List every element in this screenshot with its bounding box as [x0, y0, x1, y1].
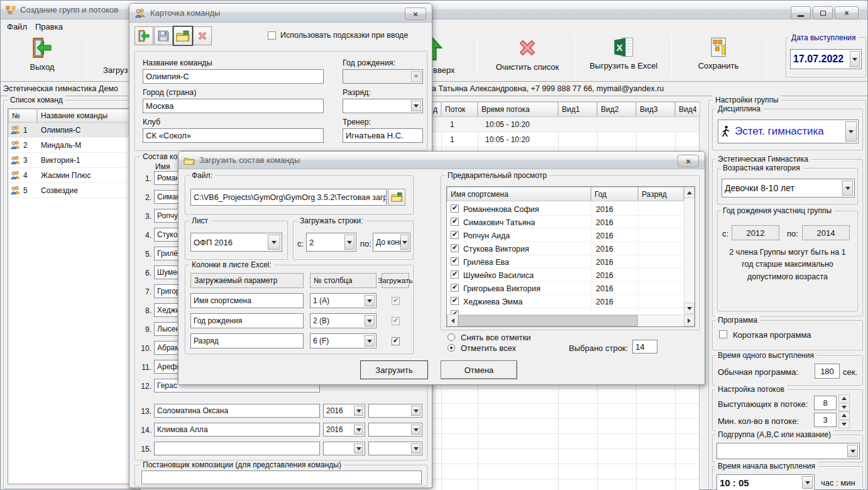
preview-vscroll-down[interactable]	[684, 303, 695, 314]
rows-from-dropdown-arrow[interactable]	[344, 235, 354, 250]
roster-name-input[interactable]: Соломатина Оксана	[154, 404, 320, 418]
preview-hscroll-right[interactable]	[684, 315, 695, 326]
club-input[interactable]: СК «Сокол»	[143, 128, 324, 143]
discipline-dropdown-arrow[interactable]	[845, 121, 857, 142]
maximize-button[interactable]	[813, 6, 833, 19]
composer-input[interactable]	[141, 471, 422, 484]
rank-combobox[interactable]	[343, 99, 423, 113]
hints-checkbox-label[interactable]: Использовать подсказки при вводе	[280, 31, 408, 40]
rank-dropdown-arrow[interactable]	[411, 101, 421, 111]
rank-dropdown-arrow[interactable]	[411, 443, 420, 454]
roster-name-input[interactable]	[154, 442, 320, 455]
roster-rank-combobox[interactable]	[368, 423, 422, 437]
card-close-button[interactable]: ×	[405, 8, 426, 20]
sheet-dropdown-arrow[interactable]	[268, 235, 280, 250]
roster-name-input[interactable]: Климова Алла	[154, 423, 320, 437]
move-up-button-label[interactable]: вверх	[433, 65, 454, 75]
export-excel-button[interactable]: X Выгрузить в Excel	[582, 36, 665, 70]
preview-row[interactable]: Симакович Татьяна 2016	[447, 216, 684, 229]
team-row[interactable]: 4 Жасмин Плюс	[8, 168, 132, 183]
clear-list-button[interactable]: Очистить список	[490, 36, 565, 72]
preview-vscroll-up[interactable]	[684, 187, 695, 198]
preview-row[interactable]: Хеджиева Эмма 2016	[447, 295, 684, 308]
rows-to-dropdown-arrow[interactable]	[400, 235, 409, 250]
close-button[interactable]: ×	[835, 6, 859, 19]
date-dropdown-arrow[interactable]	[850, 51, 860, 67]
preview-row-checkbox[interactable]	[451, 204, 459, 213]
minimize-button[interactable]	[791, 6, 811, 19]
param-input[interactable]: Год рождения	[190, 313, 304, 328]
team-col-num[interactable]: №	[8, 109, 37, 123]
sheet-combobox[interactable]: ОФП 2016	[190, 233, 282, 252]
year-dropdown-arrow[interactable]	[354, 443, 363, 454]
rows-to-combobox[interactable]: До конца	[373, 233, 410, 252]
file-path-input[interactable]: C:\VB6_Projects\GymOrg\GymOrg 3.5.2\Тест…	[190, 189, 387, 206]
birth-year-combobox[interactable]	[343, 69, 423, 84]
roster-year-combobox[interactable]	[323, 442, 365, 455]
roster-year-combobox[interactable]: 2016	[323, 423, 365, 437]
team-col-name[interactable]: Название команды	[37, 109, 132, 123]
load-cancel-button[interactable]: Отмена	[441, 360, 517, 379]
roster-rank-combobox[interactable]	[368, 442, 422, 455]
preview-row-checkbox[interactable]	[451, 257, 459, 265]
preview-row[interactable]: Шумейко Василиса 2016	[447, 269, 684, 282]
preview-row[interactable]: Стукова Виктория 2016	[447, 242, 684, 255]
column-combobox[interactable]: 6 (F)	[310, 333, 376, 348]
param-input[interactable]: Имя спортсмена	[190, 293, 304, 308]
discipline-combobox[interactable]: Эстет. гимнастика	[718, 120, 859, 143]
column-combobox[interactable]: 2 (B)	[310, 313, 376, 328]
roster-year-combobox[interactable]: 2016	[323, 404, 365, 418]
load-column-checkbox[interactable]	[392, 337, 400, 345]
subgroup-combobox[interactable]	[717, 443, 860, 459]
card-exit-button[interactable]	[135, 26, 153, 45]
save-button[interactable]: Сохранить	[686, 36, 751, 70]
roster-rank-combobox[interactable]	[368, 404, 422, 418]
exit-button[interactable]: Выход	[19, 36, 65, 72]
card-delete-button[interactable]	[193, 26, 212, 45]
preview-col-name[interactable]: Имя спортсмена	[447, 187, 591, 201]
preview-row-checkbox[interactable]	[451, 270, 459, 279]
column-dropdown-arrow[interactable]	[365, 315, 375, 326]
preview-vscroll-track[interactable]	[684, 198, 695, 303]
flow-min-spinner[interactable]	[838, 411, 850, 428]
flow-min-input[interactable]: 3	[814, 413, 837, 427]
schedule-col-vid2[interactable]: Вид2	[597, 102, 636, 117]
age-category-combobox[interactable]: Девочки 8-10 лет	[722, 179, 855, 198]
team-row[interactable]: 1 Олимпия-С	[8, 123, 132, 138]
menu-file[interactable]: Файл	[7, 22, 27, 31]
preview-row[interactable]: Романенкова София 2016	[447, 203, 684, 216]
hints-checkbox[interactable]	[268, 31, 276, 40]
year-dropdown-arrow[interactable]	[354, 406, 363, 416]
rank-dropdown-arrow[interactable]	[411, 425, 420, 435]
preview-row[interactable]: Ропчун Аида 2016	[447, 229, 684, 242]
column-dropdown-arrow[interactable]	[365, 295, 375, 306]
team-row[interactable]: 2 Миндаль-М	[8, 138, 132, 153]
load-close-button[interactable]: ×	[678, 155, 699, 167]
load-list-button-label[interactable]: Загруз	[103, 65, 128, 75]
flow-max-spinner[interactable]	[838, 394, 850, 411]
short-program-checkbox[interactable]	[719, 330, 727, 338]
menu-edit[interactable]: Правка	[35, 22, 63, 31]
preview-col-rank[interactable]: Разряд	[638, 187, 684, 201]
schedule-col-vid4[interactable]: Вид4	[675, 102, 700, 117]
year-dropdown-arrow[interactable]	[354, 425, 363, 435]
param-input[interactable]: Разряд	[190, 333, 304, 348]
preview-hscroll-track[interactable]	[458, 315, 684, 326]
card-load-from-file-button[interactable]	[173, 26, 192, 45]
column-combobox[interactable]: 1 (A)	[310, 293, 376, 308]
check-all-radio[interactable]	[448, 344, 455, 352]
city-input[interactable]: Москва	[143, 99, 324, 113]
start-time-dropdown-arrow[interactable]	[802, 476, 813, 489]
preview-row[interactable]: Грилёва Ева 2016	[447, 255, 684, 269]
age-dropdown-arrow[interactable]	[842, 181, 853, 196]
preview-row-checkbox[interactable]	[451, 297, 459, 305]
card-save-button[interactable]	[154, 26, 173, 45]
rows-from-combobox[interactable]: 2	[306, 233, 356, 252]
date-combobox[interactable]: 17.07.2022	[790, 49, 862, 69]
rank-dropdown-arrow[interactable]	[411, 406, 420, 416]
preview-row-checkbox[interactable]	[451, 218, 459, 226]
team-name-input[interactable]: Олимпия-С	[143, 69, 324, 84]
preview-hscroll-left[interactable]	[447, 315, 458, 326]
browse-file-button[interactable]	[388, 189, 405, 206]
column-dropdown-arrow[interactable]	[365, 335, 375, 347]
